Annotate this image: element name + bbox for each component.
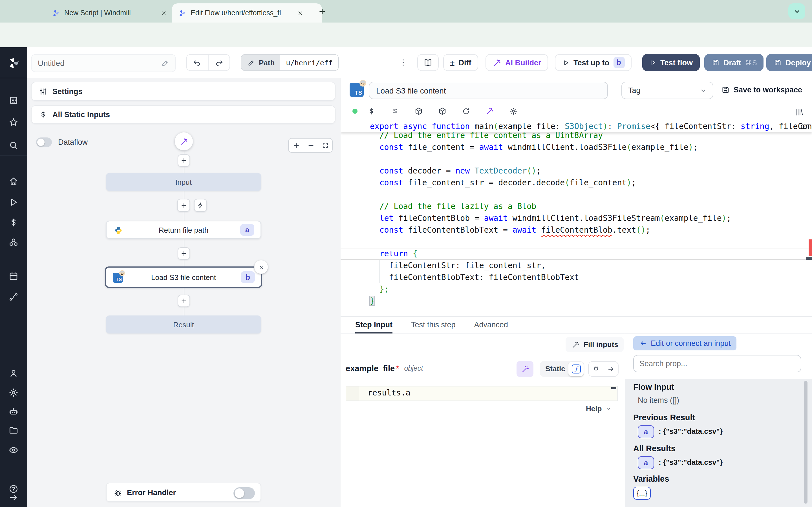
windmill-logo[interactable] [7,56,20,70]
tab-title: New Script | Windmill [64,9,154,17]
dollar-icon[interactable] [366,106,376,116]
sidebar-item-favorites[interactable] [8,117,18,127]
flow-title-field[interactable]: Untitled [31,54,176,72]
tab-step-input[interactable]: Step Input [355,316,393,333]
prop-picker-scrollbar[interactable] [804,381,808,504]
path-field[interactable]: Path u/henri/eff [241,54,339,71]
flow-input-node[interactable]: Input [106,173,261,191]
tab-test-this-step[interactable]: Test this step [411,316,456,333]
expression-mode-button[interactable]: ƒ [568,362,583,376]
dollar-icon[interactable] [390,106,400,116]
refresh-icon[interactable] [461,106,471,116]
code-line[interactable]: return { [341,248,812,260]
all-static-inputs-row[interactable]: All Static Inputs [31,105,336,124]
package-icon[interactable] [437,106,447,116]
book-icon [423,58,433,67]
step-name-input[interactable] [369,82,608,99]
result-badge-a[interactable]: a [638,456,654,469]
flow-result-node[interactable]: Result [106,316,261,334]
code-line[interactable]: fileContentBlobText: fileContentBlobText [341,272,812,283]
fit-view-icon[interactable] [321,142,329,149]
sidebar-item-workspace[interactable] [8,95,18,105]
sidebar-item-variables[interactable] [8,217,18,228]
code-line[interactable]: } [341,295,812,307]
more-options-kebab-icon[interactable] [398,55,408,70]
add-trigger-lightning-button[interactable] [194,199,207,212]
tag-select[interactable]: Tag [621,82,713,99]
docs-book-button[interactable] [417,54,439,71]
code-line[interactable]: const decoder = new TextDecoder(); [341,165,812,177]
save-to-workspace-button[interactable]: Save to workspace [721,85,802,94]
browser-tab-active[interactable]: Edit Flow u/henri/effortless_fl [172,3,322,22]
code-line[interactable]: let fileContentBlob = await windmillClie… [341,212,812,224]
code-line[interactable] [341,236,812,248]
sidebar-item-workers[interactable] [8,407,18,417]
edit-pencil-icon[interactable] [161,59,169,67]
zoom-in-icon[interactable] [292,142,300,149]
dataflow-toggle[interactable] [36,137,52,147]
error-handler-row[interactable]: Error Handler [106,483,261,502]
ai-flow-wand-button[interactable] [175,132,193,151]
step-node-a[interactable]: Return file path a [106,221,261,239]
wand-icon[interactable] [485,106,495,116]
add-step-button[interactable] [177,199,190,212]
code-line[interactable]: // Load the file lazily as a Blob [341,201,812,212]
test-up-to-button[interactable]: Test up to b [555,54,631,71]
sidebar-item-account[interactable] [8,369,18,379]
sidebar-item-expand[interactable] [8,492,18,503]
flow-settings-row[interactable]: Settings [31,82,336,101]
arrow-right-icon[interactable] [607,365,615,373]
tab-close-icon[interactable] [296,8,305,17]
undo-icon[interactable] [187,55,208,70]
library-icon[interactable] [794,107,804,117]
edit-or-connect-button[interactable]: Edit or connect an input [633,336,737,350]
result-badge-a[interactable]: a [638,425,654,438]
sidebar-item-settings[interactable] [8,388,18,398]
code-line[interactable] [341,153,812,165]
plug-icon[interactable] [592,365,601,373]
redo-icon[interactable] [208,55,230,70]
sidebar-item-runs[interactable] [8,197,18,207]
code-editor[interactable]: export async function main(example_file:… [341,120,812,317]
code-line[interactable]: }; [341,283,812,295]
code-line[interactable] [341,189,812,201]
static-label[interactable]: Static [545,364,565,373]
expression-input[interactable]: results.a [346,386,618,401]
ai-fill-wand-button[interactable] [516,361,534,377]
add-step-top-button[interactable] [177,154,190,167]
sidebar-item-flows[interactable] [8,292,18,302]
draft-button[interactable]: Draft ⌘S [704,54,764,71]
sidebar-item-resources[interactable] [8,238,18,248]
remove-step-close-button[interactable] [254,260,268,274]
zoom-out-icon[interactable] [307,142,315,149]
tab-search-chevron-button[interactable] [788,3,805,19]
tab-advanced[interactable]: Advanced [474,316,508,333]
gear-icon[interactable] [508,106,518,116]
new-tab-icon[interactable] [317,6,327,16]
code-line[interactable]: const fileContentBlobText = await fileCo… [341,224,812,236]
sidebar-item-folders[interactable] [8,425,18,436]
error-handler-toggle[interactable] [234,487,255,499]
deploy-button[interactable]: Deploy [766,54,812,71]
ai-builder-button[interactable]: AI Builder [486,54,548,71]
sidebar-item-search[interactable] [8,140,18,151]
add-step-button[interactable] [177,247,190,260]
sidebar-item-audit[interactable] [8,445,18,455]
code-line[interactable]: const file_content = await windmillClien… [341,142,812,153]
fill-inputs-button[interactable]: Fill inputs [566,337,624,352]
browser-tab-inactive[interactable]: New Script | Windmill [46,3,185,22]
package-icon[interactable] [413,106,423,116]
sidebar-item-home[interactable] [8,176,18,186]
variables-badge[interactable]: {...} [633,487,651,500]
tab-close-icon[interactable] [159,8,168,17]
step-node-b-selected[interactable]: TS Load S3 file content b [105,267,262,288]
browser-toolbar: app.windmill.dev /flows/edit/u/henri/eff… [0,22,812,48]
diff-button[interactable]: ± Diff [443,54,478,71]
code-line[interactable]: const file_content_str = decoder.decode(… [341,177,812,189]
code-line[interactable]: fileContentStr: file_content_str, [341,260,812,272]
sidebar-item-schedules[interactable] [8,271,18,281]
search-prop-input[interactable] [633,355,801,372]
help-toggle[interactable]: Help [586,404,612,413]
add-step-button[interactable] [177,295,190,307]
test-flow-button[interactable]: Test flow [642,54,700,71]
